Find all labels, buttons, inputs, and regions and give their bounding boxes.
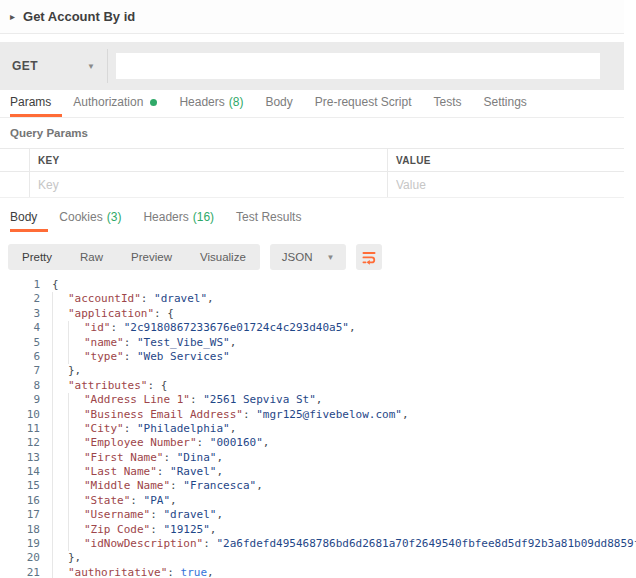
query-params-row xyxy=(0,172,624,198)
code-line: 20}, xyxy=(0,551,624,565)
code-line: 13"First Name": "Dina", xyxy=(0,451,624,465)
line-number: 16 xyxy=(0,494,40,508)
tab-authorization[interactable]: Authorization xyxy=(62,90,168,117)
code-text: "Employee Number": "000160", xyxy=(52,436,269,450)
tab-headers[interactable]: Headers(16) xyxy=(132,204,225,232)
line-number: 13 xyxy=(0,451,40,465)
response-body-editor[interactable]: 1{2"accountId": "dravel",3"application":… xyxy=(0,278,624,578)
value-column-header: VALUE xyxy=(388,149,624,171)
param-key-input[interactable] xyxy=(38,178,370,192)
view-mode-button-group: PrettyRawPreviewVisualize xyxy=(8,244,260,270)
code-text: "Middle Name": "Francesca", xyxy=(52,479,263,493)
tab-label: Body xyxy=(10,210,37,224)
code-text: "Last Name": "Ravel", xyxy=(52,465,223,479)
tab-label: Settings xyxy=(484,95,527,109)
line-number: 19 xyxy=(0,537,40,551)
wrap-text-icon xyxy=(361,249,377,265)
tab-label: Headers xyxy=(143,210,188,224)
request-url-bar: GET ▼ xyxy=(0,42,624,90)
param-value-input[interactable] xyxy=(396,178,613,192)
line-number: 21 xyxy=(0,566,40,578)
tab-label: Test Results xyxy=(236,210,301,224)
query-params-heading: Query Params xyxy=(0,118,624,148)
tab-body[interactable]: Body xyxy=(10,204,48,232)
code-line: 15"Middle Name": "Francesca", xyxy=(0,479,624,493)
line-number: 7 xyxy=(0,364,40,378)
language-dropdown[interactable]: JSON ▼ xyxy=(270,244,347,270)
code-text: "State": "PA", xyxy=(52,494,177,508)
line-number: 10 xyxy=(0,408,40,422)
code-text: "Zip Code": "19125", xyxy=(52,523,216,537)
tab-count-badge: (8) xyxy=(229,95,244,109)
key-column-header: KEY xyxy=(30,149,388,171)
response-tabs: BodyCookies(3)Headers(16)Test Results xyxy=(0,204,624,232)
wrap-text-button[interactable] xyxy=(356,244,382,270)
line-number: 17 xyxy=(0,508,40,522)
line-number: 14 xyxy=(0,465,40,479)
tab-pre-request-script[interactable]: Pre-request Script xyxy=(304,90,423,117)
tab-params[interactable]: Params xyxy=(10,90,62,117)
tab-settings[interactable]: Settings xyxy=(473,90,538,117)
code-line: 1{ xyxy=(0,278,624,292)
code-text: }, xyxy=(52,364,81,378)
tab-label: Headers xyxy=(179,95,224,109)
tab-label: Params xyxy=(10,95,51,109)
code-text: "Address Line 1": "2561 Sepviva St", xyxy=(52,393,322,407)
code-text: "attributes": { xyxy=(52,379,167,393)
code-text: "application": { xyxy=(52,307,174,321)
tab-tests[interactable]: Tests xyxy=(422,90,472,117)
code-line: 18"Zip Code": "19125", xyxy=(0,523,624,537)
code-line: 8"attributes": { xyxy=(0,379,624,393)
view-mode-raw-button[interactable]: Raw xyxy=(66,244,117,270)
line-number: 1 xyxy=(0,278,40,292)
code-text: "accountId": "dravel", xyxy=(52,292,214,306)
code-line: 6"type": "Web Services" xyxy=(0,350,624,364)
http-method-label: GET xyxy=(12,59,38,73)
row-handle-column xyxy=(0,149,30,171)
line-number: 6 xyxy=(0,350,40,364)
tab-headers[interactable]: Headers(8) xyxy=(168,90,254,117)
code-text: { xyxy=(52,278,59,292)
chevron-down-icon: ▼ xyxy=(87,62,95,71)
code-line: 4"id": "2c9180867233676e01724c4c293d40a5… xyxy=(0,321,624,335)
tab-body[interactable]: Body xyxy=(254,90,303,117)
view-mode-preview-button[interactable]: Preview xyxy=(117,244,186,270)
line-number: 12 xyxy=(0,436,40,450)
tab-label: Pre-request Script xyxy=(315,95,412,109)
code-line: 10"Business Email Address": "mgr125@five… xyxy=(0,408,624,422)
code-text: "authoritative": true, xyxy=(52,566,214,578)
code-line: 19"idNowDescription": "2a6fdefd495468786… xyxy=(0,537,624,551)
line-number: 20 xyxy=(0,551,40,565)
code-line: 17"Username": "dravel", xyxy=(0,508,624,522)
language-label: JSON xyxy=(282,251,313,263)
code-line: 7}, xyxy=(0,364,624,378)
line-number: 8 xyxy=(0,379,40,393)
request-url-section: GET ▼ xyxy=(0,34,624,90)
code-text: "City": "Philadelphia", xyxy=(52,422,236,436)
line-number: 4 xyxy=(0,321,40,335)
line-number: 2 xyxy=(0,292,40,306)
code-text: "Username": "dravel", xyxy=(52,508,223,522)
view-mode-visualize-button[interactable]: Visualize xyxy=(186,244,260,270)
tab-test-results[interactable]: Test Results xyxy=(225,204,312,232)
chevron-down-icon: ▼ xyxy=(326,253,334,262)
line-number: 15 xyxy=(0,479,40,493)
code-text: "First Name": "Dina", xyxy=(52,451,223,465)
url-input[interactable] xyxy=(116,53,600,79)
tab-count-badge: (16) xyxy=(193,210,214,224)
code-text: "idNowDescription": "2a6fdefd495468786bd… xyxy=(52,537,636,551)
line-number: 3 xyxy=(0,307,40,321)
response-view-toolbar: PrettyRawPreviewVisualize JSON ▼ xyxy=(0,244,624,270)
line-number: 11 xyxy=(0,422,40,436)
request-title-bar: ▸ Get Account By id xyxy=(0,0,624,34)
http-method-dropdown[interactable]: GET ▼ xyxy=(10,49,108,83)
code-text: "Business Email Address": "mgr125@fivebe… xyxy=(52,408,409,422)
row-handle-cell xyxy=(0,172,30,197)
view-mode-pretty-button[interactable]: Pretty xyxy=(8,244,66,270)
code-line: 12"Employee Number": "000160", xyxy=(0,436,624,450)
collapse-caret-icon[interactable]: ▸ xyxy=(10,11,15,22)
tab-label: Cookies xyxy=(59,210,102,224)
tab-cookies[interactable]: Cookies(3) xyxy=(48,204,132,232)
code-line: 14"Last Name": "Ravel", xyxy=(0,465,624,479)
code-text: "id": "2c9180867233676e01724c4c293d40a5"… xyxy=(52,321,356,335)
